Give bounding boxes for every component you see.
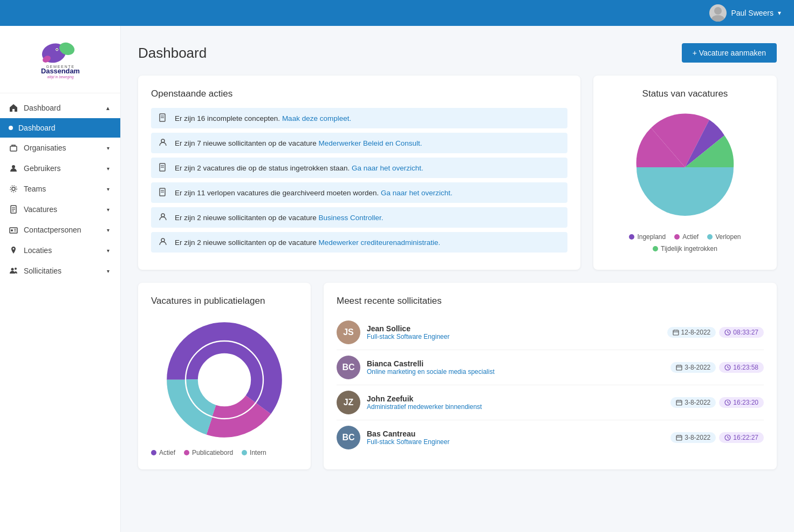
legend-dot [242, 450, 247, 455]
recent-name: Bianca Castrelli [367, 359, 664, 368]
sidebar-item-gebruikers[interactable]: Gebruikers ▾ [0, 158, 120, 179]
action-text: Er zijn 2 vacatures die op de status ing… [175, 164, 423, 172]
legend-dot [151, 450, 156, 455]
svg-point-24 [15, 268, 17, 270]
users-icon [9, 266, 18, 276]
legend-dot [707, 234, 713, 240]
sidebar-item-organisaties[interactable]: Organisaties ▾ [0, 138, 120, 158]
legend-item-tijdelijk: Tijdelijk ingetrokken [653, 245, 717, 253]
action-item: Er zijn 16 incomplete concepten. Maak de… [151, 108, 567, 128]
pie-chart-container: Ingepland Actief Verlopen Tijdelijk [606, 108, 764, 253]
action-text: Er zijn 2 nieuwe sollicitanten op de vac… [175, 238, 440, 247]
recent-item: BC Bas Cantreau Full-stack Software Engi… [337, 420, 764, 455]
recent-meta: 3-8-2022 16:23:58 [670, 362, 764, 373]
sidebar-item-sollicitaties[interactable]: Sollicitaties ▾ [0, 261, 120, 281]
logo-svg: GEMEENTE Dassendam altijd in beweging [28, 37, 93, 80]
chevron-down-icon: ▾ [104, 247, 112, 254]
avatar: JS [337, 320, 360, 344]
action-item: Er zijn 2 vacatures die op de status ing… [151, 158, 567, 178]
recente-sollicitaties-card: Meest recente sollicitaties JS Jean Soll… [324, 283, 777, 469]
sidebar-logo: GEMEENTE Dassendam altijd in beweging [0, 26, 120, 93]
sidebar: GEMEENTE Dassendam altijd in beweging Da… [0, 26, 121, 532]
legend-label: Tijdelijk ingetrokken [661, 245, 717, 253]
sidebar-item-dashboard[interactable]: Dashboard [0, 118, 120, 138]
sidebar-item-locaties[interactable]: Locaties ▾ [0, 240, 120, 261]
pie-legend: Ingepland Actief Verlopen Tijdelijk [606, 233, 764, 253]
openstaande-acties-title: Openstaande acties [151, 88, 567, 99]
legend-label: Publicatiebord [192, 449, 233, 456]
doc-icon [159, 188, 168, 197]
vacatures-publicatielagen-card: Vacatures in publicatielagen [138, 283, 311, 469]
date-badge: 12-8-2022 [667, 327, 716, 338]
chevron-down-icon: ▾ [104, 165, 112, 172]
donut-chart [160, 315, 289, 445]
openstaande-acties-card: Openstaande acties Er zijn 16 incomplete… [138, 76, 580, 270]
recent-role: Online marketing en sociale media specia… [367, 368, 664, 376]
avatar [709, 4, 727, 22]
legend-item-actief: Actief [674, 233, 699, 241]
recent-name: Jean Sollice [367, 324, 661, 333]
svg-point-1 [711, 15, 724, 22]
legend-label: Verlopen [715, 233, 741, 241]
svg-point-28 [161, 139, 165, 142]
nav-label: Vacatures [24, 205, 99, 214]
clock-icon [724, 364, 731, 371]
page-header: Dashboard + Vacature aanmaken [138, 43, 777, 63]
chevron-down-icon: ▾ [104, 185, 112, 193]
user-icon [9, 163, 18, 173]
svg-point-23 [11, 268, 14, 271]
chevron-down-icon: ▾ [104, 206, 112, 213]
action-text: Er zijn 11 verlopen vacatures die gearch… [175, 189, 453, 197]
svg-rect-52 [676, 365, 682, 370]
sidebar-item-contactpersonen[interactable]: Contactpersonen ▾ [0, 220, 120, 240]
recent-item: JZ John Zeefuik Administratief medewerke… [337, 385, 764, 420]
action-link[interactable]: Ga naar het overzicht. [352, 164, 423, 172]
action-link[interactable]: Business Controller. [318, 214, 383, 222]
svg-point-6 [56, 49, 57, 50]
legend-item-ingepland: Ingepland [629, 233, 666, 241]
action-text: Er zijn 2 nieuwe sollicitanten op de vac… [175, 214, 383, 222]
main-layout: GEMEENTE Dassendam altijd in beweging Da… [0, 26, 794, 532]
nav-dot [9, 126, 13, 130]
legend-label: Ingepland [637, 233, 666, 241]
recent-meta: 3-8-2022 16:23:20 [670, 397, 764, 408]
action-item: Er zijn 2 nieuwe sollicitanten op de vac… [151, 207, 567, 228]
action-link[interactable]: Maak deze compleet. [282, 114, 351, 122]
publicatielagen-title: Vacatures in publicatielagen [151, 296, 298, 306]
action-link[interactable]: Ga naar het overzicht. [381, 189, 453, 197]
recent-info: Bianca Castrelli Online marketing en soc… [367, 359, 664, 376]
teams-icon [9, 184, 18, 194]
action-link[interactable]: Mederwerker Beleid en Consult. [318, 139, 422, 147]
nav-label: Organisaties [24, 144, 99, 152]
sidebar-item-teams[interactable]: Teams ▾ [0, 179, 120, 199]
recent-info: Jean Sollice Full-stack Software Enginee… [367, 324, 661, 340]
sidebar-item-dashboard-parent[interactable]: Dashboard ▲ [0, 98, 120, 118]
avatar: JZ [337, 391, 360, 414]
svg-point-0 [714, 7, 722, 15]
logo: GEMEENTE Dassendam altijd in beweging [28, 37, 93, 82]
action-link[interactable]: Medewerker crediteurenadministratie. [318, 238, 440, 247]
recente-title: Meest recente sollicitaties [337, 296, 764, 306]
time-badge: 16:22:27 [719, 432, 764, 443]
recent-meta: 3-8-2022 16:22:27 [670, 432, 764, 443]
map-pin-icon [9, 245, 18, 255]
svg-line-72 [728, 438, 729, 439]
user-icon [159, 213, 168, 222]
recent-item: BC Bianca Castrelli Online marketing en … [337, 350, 764, 385]
svg-rect-45 [673, 330, 679, 335]
recent-role: Full-stack Software Engineer [367, 333, 661, 340]
nav-label: Locaties [24, 246, 99, 255]
clock-icon [724, 434, 731, 441]
recent-meta: 12-8-2022 08:33:27 [667, 327, 764, 338]
user-menu[interactable]: Paul Sweers ▾ [709, 4, 781, 22]
sidebar-item-vacatures[interactable]: Vacatures ▾ [0, 199, 120, 220]
legend-dot [184, 450, 189, 455]
content: Dashboard + Vacature aanmaken Openstaand… [121, 26, 794, 532]
legend-item-intern: Intern [242, 449, 266, 456]
calendar-icon [673, 329, 679, 336]
svg-point-13 [10, 186, 17, 192]
create-vacancy-button[interactable]: + Vacature aanmaken [682, 43, 777, 63]
status-vacatures-card: Status van vacatures [593, 76, 777, 270]
svg-text:altijd in beweging: altijd in beweging [47, 75, 73, 79]
svg-point-22 [13, 248, 15, 250]
